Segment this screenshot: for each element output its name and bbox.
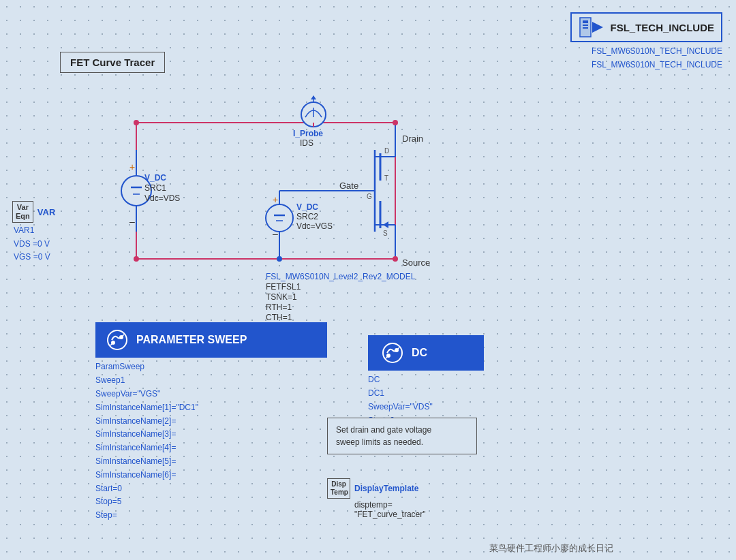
dc-instance: DC1 [368,387,484,401]
svg-text:FSL_MW6S010N_Level2_Rev2_MODEL: FSL_MW6S010N_Level2_Rev2_MODEL [266,272,416,281]
svg-text:CTH=1: CTH=1 [266,313,292,322]
svg-text:V_DC: V_DC [296,202,318,212]
fsl-links: FSL_MW6S010N_TECH_INCLUDE FSL_MW6S010N_T… [592,44,722,72]
var-params: VAR1 VDS =0 V VGS =0 V [14,224,55,264]
svg-rect-1 [583,20,588,23]
sweep-title: PARAMETER SWEEP [136,334,247,346]
sweep-step: Step= [95,509,327,523]
dc-icon [380,341,405,365]
sweep-type: ParamSweep [95,360,327,374]
var-block: Var Eqn VAR VAR1 VDS =0 V VGS =0 V [12,201,55,264]
svg-rect-3 [583,27,588,29]
svg-text:Source: Source [402,258,430,268]
svg-text:+: + [273,194,278,205]
note-box: Set drain and gate voltage sweep limits … [327,418,477,454]
fsl-link2[interactable]: FSL_MW6S010N_TECH_INCLUDE [592,58,722,72]
svg-point-28 [266,204,293,232]
svg-text:I_Probe: I_Probe [293,129,323,138]
disp-val2-text: "FET_curve_tracer" [354,510,426,519]
disp-val2: "FET_curve_tracer" [354,510,426,519]
svg-point-67 [108,330,127,349]
display-template-block: Disp Temp DisplayTemplate disptemp= "FET… [327,478,426,519]
sweep-instance: Sweep1 [95,374,327,388]
svg-text:Drain: Drain [402,134,423,144]
dc-type: DC [368,373,484,387]
disp-val1: disptemp= [354,500,426,510]
sweep-header: PARAMETER SWEEP [95,322,327,358]
svg-text:G: G [367,193,372,200]
sweep-sim3: SimInstanceName[3]= [95,428,327,441]
dc-header: DC [368,335,484,371]
var-box-line2: Eqn [16,212,30,221]
svg-text:S: S [383,230,388,237]
sweep-sim2: SimInstanceName[2]= [95,415,327,429]
svg-text:V_DC: V_DC [144,173,166,183]
sweep-stop: Stop=5 [95,495,327,509]
var-label-box: Var Eqn VAR [12,201,55,223]
disp-box: Disp Temp [327,478,350,499]
dc-sweep-var: SweepVar="VDS" [368,401,484,414]
svg-text:FETFSL1: FETFSL1 [266,282,301,292]
sweep-params: ParamSweep Sweep1 SweepVar="VGS" SimInst… [95,360,327,523]
svg-text:–: – [273,228,278,239]
svg-text:Vdc=VGS: Vdc=VGS [296,221,333,231]
fsl-title: FSL_TECH_INCLUDE [610,22,714,33]
sweep-var: SweepVar="VGS" [95,388,327,401]
svg-point-64 [393,120,398,125]
disp-val1-text: disptemp= [354,500,393,510]
sweep-sim5: SimInstanceName[5]= [95,455,327,469]
watermark: 菜鸟硬件工程师小廖的成长日记 [489,542,613,555]
sweep-sim4: SimInstanceName[4]= [95,441,327,455]
disp-box-line1: Disp [331,480,347,488]
var-box-line1: Var [16,203,30,212]
fsl-header: FSL_TECH_INCLUDE [570,12,722,42]
svg-text:–: – [129,216,135,227]
svg-text:TSNK=1: TSNK=1 [266,292,297,302]
svg-rect-2 [583,25,588,26]
var-box: Var Eqn [12,201,33,223]
svg-text:Vdc=VDS: Vdc=VDS [144,193,180,203]
svg-point-66 [277,256,282,262]
disp-inner: Disp Temp DisplayTemplate [327,478,426,499]
fsl-tech-include-block: FSL_TECH_INCLUDE FSL_MW6S010N_TECH_INCLU… [570,12,722,72]
svg-text:IDS: IDS [300,138,313,148]
svg-text:SRC1: SRC1 [144,183,166,193]
note-line1: Set drain and gate voltage [336,425,431,435]
sweep-icon [105,328,129,352]
svg-text:T: T [384,174,388,182]
sweep-sim6: SimInstanceName[6]= [95,469,327,482]
svg-text:Gate: Gate [339,181,358,191]
note-line2: sweep limits as needed. [336,437,423,447]
var-param1: VDS =0 V [14,238,55,251]
fsl-icon [579,16,604,38]
svg-text:RTH=1: RTH=1 [266,302,292,312]
var-instance: VAR1 [14,224,55,237]
svg-point-62 [134,120,139,125]
fet-curve-tracer-label: FET Curve Tracer [60,52,165,73]
svg-marker-24 [311,95,316,99]
sweep-sim1: SimInstanceName[1]="DC1" [95,401,327,415]
svg-point-63 [134,256,139,262]
svg-marker-4 [592,22,603,33]
svg-marker-49 [383,221,388,228]
watermark-text: 菜鸟硬件工程师小廖的成长日记 [489,543,613,553]
fsl-link1[interactable]: FSL_MW6S010N_TECH_INCLUDE [592,44,722,58]
disp-box-line2: Temp [331,488,347,497]
disp-label: DisplayTemplate [354,484,418,493]
svg-point-72 [383,343,402,362]
dc-title: DC [412,347,427,359]
title-text: FET Curve Tracer [70,57,155,68]
circuit-svg: + – V_DC SRC1 Vdc=VDS I_Probe IDS + – V_… [68,82,532,341]
var-name: VAR [37,207,55,217]
svg-text:+: + [129,161,135,172]
svg-text:SRC2: SRC2 [296,212,318,221]
var-param2: VGS =0 V [14,251,55,264]
svg-text:D: D [384,147,389,155]
sweep-start: Start=0 [95,482,327,496]
svg-point-65 [393,256,398,262]
param-sweep-block: PARAMETER SWEEP ParamSweep Sweep1 SweepV… [95,322,327,523]
